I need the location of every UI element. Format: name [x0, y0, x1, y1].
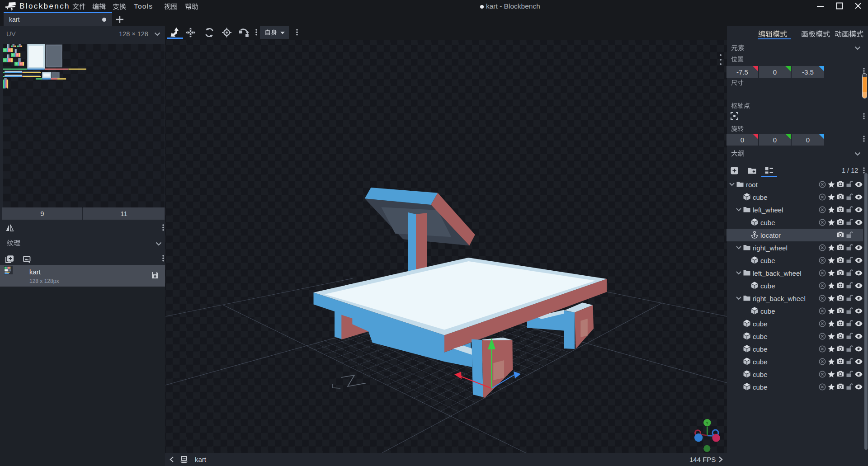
svg-text:Y: Y [706, 421, 708, 425]
